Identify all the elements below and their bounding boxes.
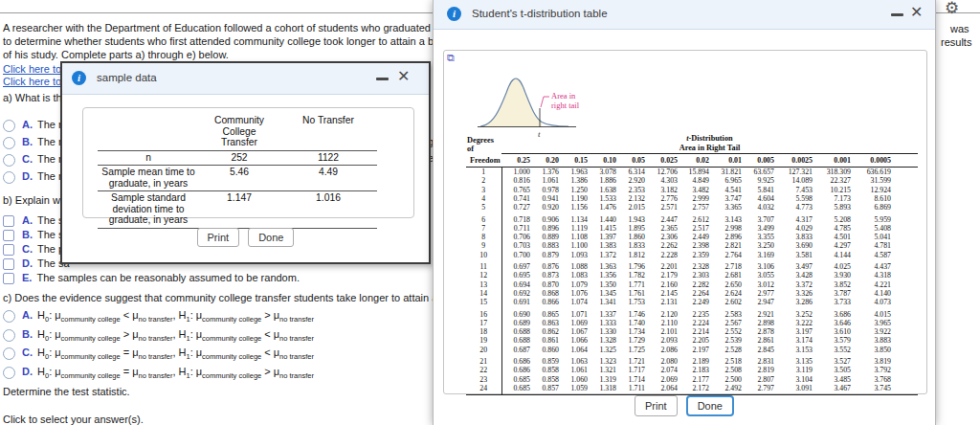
df-value: 14 (466, 289, 501, 298)
t-value: 0.685 (501, 375, 530, 384)
t-table-row: 80.7060.8891.1081.3971.8602.3062.4492.89… (466, 233, 918, 241)
t-value: 2.110 (645, 319, 678, 327)
t-value: 2.517 (678, 224, 709, 233)
t-value: 4.032 (742, 203, 774, 212)
radio-button[interactable] (3, 310, 15, 323)
t-value: 0.686 (501, 354, 530, 367)
popout-icon[interactable]: ⧉ (447, 53, 455, 63)
t-row-pad (891, 194, 918, 203)
df-value: 10 (466, 251, 501, 259)
t-value: 3.135 (774, 354, 813, 367)
t-value: 1.740 (616, 319, 645, 327)
t-row-pad (891, 259, 918, 272)
t-value: 1.746 (616, 306, 645, 319)
t-value: 3.527 (813, 354, 851, 367)
done-button[interactable]: Done (686, 395, 734, 416)
sample-table-row: Sample mean time to graduate, in years5.… (98, 166, 377, 191)
minimize-icon[interactable] (891, 13, 903, 16)
part-c-option-D[interactable]: D.H0: μcommunity college = μno transfer,… (3, 366, 314, 385)
t-value: 2.500 (709, 375, 742, 384)
checkbox[interactable] (3, 215, 14, 227)
checkbox[interactable] (3, 273, 14, 284)
t-value: 2.214 (678, 327, 709, 336)
t-table-row: 30.7650.9781.2501.6382.3533.1823.4824.54… (466, 186, 918, 194)
part-a-option-D[interactable]: D.The re (3, 170, 68, 188)
t-value: 1.943 (616, 212, 645, 224)
t-value: 2.282 (678, 280, 709, 289)
t-value: 1.064 (559, 346, 588, 354)
t-value: 2.353 (616, 186, 645, 194)
t-value: 2.228 (645, 251, 678, 259)
t-value: 3.579 (813, 336, 851, 345)
hypothesis-formula: H0: μcommunity college = μno transfer, H… (37, 366, 314, 380)
print-button[interactable]: Print (635, 395, 678, 416)
df-value: 6 (466, 212, 501, 224)
part-b-option-E[interactable]: E.The samples can be reasonably assumed … (3, 272, 300, 286)
print-button[interactable]: Print (197, 228, 240, 247)
part-a-option-C[interactable]: C.The re (3, 153, 68, 170)
part-a-option-B[interactable]: B.The re (3, 136, 68, 153)
checkbox[interactable] (3, 258, 14, 270)
t-value: 2.328 (678, 259, 709, 272)
t-value: 2.797 (742, 384, 774, 395)
t-value: 0.688 (501, 336, 530, 345)
settings-gear-icon[interactable]: ⚙ (945, 0, 959, 17)
t-value: 2.947 (742, 298, 774, 306)
t-value: 0.691 (501, 298, 530, 306)
t-value: 4.785 (813, 224, 851, 233)
t-dialog-titlebar: i Student's t-distribution table ✕ (434, 0, 935, 30)
t-value: 2.015 (616, 203, 645, 212)
t-value: 5.841 (742, 186, 774, 194)
df-value: 24 (466, 384, 501, 395)
t-value: 2.567 (709, 319, 742, 327)
t-row-pad (891, 203, 918, 212)
t-value: 3.610 (813, 327, 851, 336)
cc-transfer-value: 1.147 (199, 191, 279, 229)
minimize-icon[interactable] (376, 78, 389, 80)
part-c-option-C[interactable]: C.H0: μcommunity college = μno transfer,… (3, 347, 314, 366)
df-value: 7 (466, 224, 501, 233)
close-icon[interactable]: ✕ (397, 69, 410, 84)
t-table-row: 210.6860.8591.0631.3231.7212.0802.1892.5… (466, 354, 918, 367)
t-value: 1.071 (559, 306, 588, 319)
t-row-pad (891, 289, 918, 298)
t-col-header: 0.025 (645, 154, 678, 168)
checkbox[interactable] (3, 230, 14, 241)
radio-button[interactable] (3, 154, 15, 167)
t-value: 3.197 (774, 327, 813, 336)
t-value: 1.069 (559, 319, 588, 327)
t-value: 0.697 (501, 259, 530, 272)
radio-button[interactable] (3, 120, 15, 132)
t-value: 1.440 (588, 212, 616, 224)
radio-button[interactable] (3, 367, 15, 379)
part-a-label: a) What is the (3, 92, 68, 103)
t-value: 1.372 (588, 251, 616, 259)
part-c-option-B[interactable]: B.H0: μcommunity college > μno transfer,… (3, 328, 314, 347)
t-value: 3.104 (774, 375, 813, 384)
df-value: 5 (466, 203, 501, 212)
t-value: 1.061 (559, 366, 588, 374)
t-value: 4.025 (813, 259, 851, 272)
t-value: 1.330 (588, 327, 616, 336)
close-icon[interactable]: ✕ (910, 5, 923, 20)
t-value: 15.894 (678, 168, 709, 177)
t-value: 0.690 (501, 306, 530, 319)
t-value: 4.501 (813, 233, 851, 241)
radio-button[interactable] (3, 171, 15, 184)
radio-button[interactable] (3, 329, 15, 342)
part-a-option-A[interactable]: A.The re (3, 119, 68, 136)
t-value: 0.687 (501, 346, 530, 354)
t-value: 0.694 (501, 280, 530, 289)
option-letter: C. (22, 347, 33, 358)
done-button[interactable]: Done (248, 228, 294, 247)
t-value: 0.711 (501, 224, 530, 233)
t-value: 3.883 (851, 336, 891, 345)
radio-button[interactable] (3, 137, 15, 149)
t-table-row: 240.6850.8571.0591.3181.7112.0642.1722.4… (466, 384, 918, 395)
radio-button[interactable] (3, 347, 15, 360)
part-c-option-A[interactable]: A.H0: μcommunity college < μno transfer,… (3, 309, 314, 328)
t-row-pad (891, 327, 918, 336)
t-value: 2.365 (645, 224, 678, 233)
checkbox[interactable] (3, 244, 14, 256)
option-letter: B. (22, 136, 33, 147)
